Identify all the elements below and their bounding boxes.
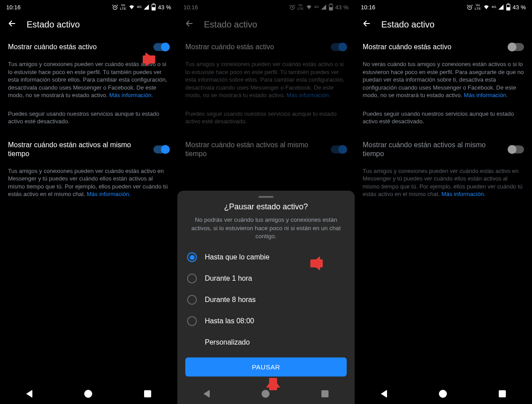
- pause-option-1h[interactable]: Durante 1 hora: [185, 268, 347, 289]
- show-active-label: Mostrar cuándo estás activo: [8, 43, 148, 51]
- sheet-title: ¿Pausar estado activo?: [185, 202, 347, 212]
- network-4g-icon: 4G: [492, 5, 497, 9]
- sheet-desc: No podrás ver cuándo tus amigos y conexi…: [185, 216, 347, 247]
- show-active-toggle[interactable]: [153, 43, 169, 51]
- status-bar: 10:16 Vo LTE 4G 43 %: [177, 0, 355, 12]
- volte-icon: Vo LTE: [120, 4, 126, 11]
- radio-icon: [187, 274, 197, 283]
- radio-label: Hasta que lo cambie: [205, 253, 270, 261]
- show-active-desc-2: Puedes seguir usando nuestros servicios …: [0, 106, 177, 132]
- back-icon[interactable]: [362, 19, 372, 30]
- svg-rect-2: [153, 4, 154, 4]
- nav-back-icon[interactable]: [26, 390, 32, 398]
- wifi-icon: [483, 4, 490, 10]
- show-same-time-toggle-row: Mostrar cuándo están activos al mismo ti…: [177, 136, 355, 163]
- radio-icon: [187, 252, 197, 262]
- battery-pct: 43 %: [158, 4, 171, 11]
- annotation-arrow-toggle: [145, 52, 155, 67]
- status-right: Vo LTE 4G 43 %: [289, 4, 348, 11]
- radio-label: Personalizado: [205, 338, 250, 346]
- wifi-icon: [305, 4, 313, 10]
- show-same-time-toggle[interactable]: [153, 145, 169, 153]
- show-same-time-toggle-row: Mostrar cuándo están activos al mismo ti…: [0, 136, 177, 163]
- radio-spacer: [187, 337, 197, 347]
- radio-label: Durante 8 horas: [205, 296, 256, 304]
- pause-option-custom[interactable]: Personalizado: [185, 332, 347, 353]
- android-navbar: [0, 384, 177, 404]
- phone-screen-1: 10:16 Vo LTE 4G 43 % Estado activo Mostr…: [0, 0, 177, 404]
- signal-icon: [498, 4, 504, 10]
- more-info-link[interactable]: Más información.: [464, 92, 508, 98]
- show-active-desc: No verás cuándo tus amigos y conexiones …: [355, 56, 532, 106]
- nav-back-icon[interactable]: [203, 390, 210, 398]
- signal-icon: [321, 4, 327, 10]
- show-active-desc-2: Puedes seguir usando nuestros servicios …: [355, 106, 532, 132]
- wifi-icon: [128, 4, 135, 10]
- show-active-toggle-row: Mostrar cuándo estás activo: [355, 38, 532, 56]
- alarm-icon: [112, 4, 118, 11]
- page-title: Estado activo: [27, 20, 80, 30]
- show-same-time-label: Mostrar cuándo están activos al mismo ti…: [185, 141, 325, 158]
- show-same-time-toggle[interactable]: [331, 145, 347, 153]
- pause-button[interactable]: PAUSAR: [185, 357, 347, 377]
- sheet-drag-handle[interactable]: [258, 196, 274, 198]
- page-header: Estado activo: [0, 12, 177, 38]
- annotation-arrow-pause-button: [266, 378, 280, 388]
- svg-rect-6: [330, 4, 332, 4]
- network-4g-icon: 4G: [314, 5, 319, 9]
- svg-rect-3: [153, 8, 155, 10]
- alarm-icon: [289, 4, 296, 11]
- show-same-time-desc: Tus amigos y conexiones pueden ver cuánd…: [0, 163, 177, 204]
- nav-recents-icon[interactable]: [321, 390, 329, 397]
- radio-label: Durante 1 hora: [205, 275, 252, 282]
- more-info-link-2[interactable]: Más información.: [442, 191, 485, 197]
- show-same-time-toggle-row: Mostrar cuándo están activos al mismo ti…: [355, 136, 532, 163]
- nav-back-icon[interactable]: [381, 390, 387, 398]
- nav-recents-icon[interactable]: [144, 390, 151, 397]
- show-same-time-desc: Tus amigos y conexiones pueden ver cuánd…: [355, 163, 532, 204]
- signal-icon: [143, 4, 149, 10]
- page-title: Estado activo: [204, 20, 257, 30]
- nav-home-icon[interactable]: [262, 390, 270, 398]
- show-active-label: Mostrar cuándo estás activo: [185, 43, 325, 51]
- battery-icon: [329, 4, 333, 11]
- more-info-link[interactable]: Más información.: [286, 92, 330, 98]
- nav-recents-icon[interactable]: [499, 390, 506, 397]
- android-navbar: [355, 384, 532, 404]
- svg-rect-10: [508, 4, 509, 4]
- show-active-toggle[interactable]: [508, 43, 524, 51]
- show-active-label: Mostrar cuándo estás activo: [363, 43, 503, 51]
- status-bar: 10:16 Vo LTE 4G 43 %: [0, 0, 177, 12]
- battery-icon: [506, 4, 511, 11]
- battery-icon: [151, 4, 156, 11]
- status-time: 10:16: [184, 4, 198, 11]
- volte-icon: Vo LTE: [297, 4, 304, 11]
- volte-icon: Vo LTE: [475, 4, 481, 11]
- nav-home-icon[interactable]: [439, 390, 447, 398]
- status-time: 10:16: [6, 4, 21, 11]
- pause-option-8h[interactable]: Durante 8 horas: [185, 289, 347, 310]
- show-same-time-label: Mostrar cuándo están activos al mismo ti…: [363, 141, 503, 158]
- show-same-time-label: Mostrar cuándo están activos al mismo ti…: [8, 141, 148, 158]
- show-active-desc-2: Puedes seguir usando nuestros servicios …: [177, 106, 355, 132]
- page-title: Estado activo: [381, 20, 434, 30]
- radio-icon: [187, 316, 197, 326]
- annotation-arrow-option: [310, 256, 320, 271]
- more-info-link-2[interactable]: Más información.: [87, 191, 131, 197]
- svg-rect-11: [507, 8, 510, 10]
- show-active-toggle-row: Mostrar cuándo estás activo: [177, 38, 355, 56]
- status-bar: 10:16 Vo LTE 4G 43 %: [355, 0, 532, 12]
- alarm-icon: [466, 4, 473, 11]
- more-info-link[interactable]: Más información.: [109, 92, 153, 98]
- battery-pct: 43 %: [512, 4, 526, 11]
- show-active-toggle[interactable]: [331, 43, 347, 51]
- show-same-time-toggle[interactable]: [508, 145, 524, 153]
- pause-active-sheet: ¿Pausar estado activo? No podrás ver cuá…: [177, 191, 355, 384]
- back-icon[interactable]: [184, 19, 194, 30]
- phone-screen-2: 10:16 Vo LTE 4G 43 % Estado activo Mostr…: [177, 0, 355, 404]
- page-header: Estado activo: [355, 12, 532, 38]
- page-header: Estado activo: [177, 12, 355, 38]
- back-icon[interactable]: [7, 19, 17, 30]
- nav-home-icon[interactable]: [84, 390, 92, 398]
- pause-option-until-0800[interactable]: Hasta las 08:00: [185, 310, 347, 332]
